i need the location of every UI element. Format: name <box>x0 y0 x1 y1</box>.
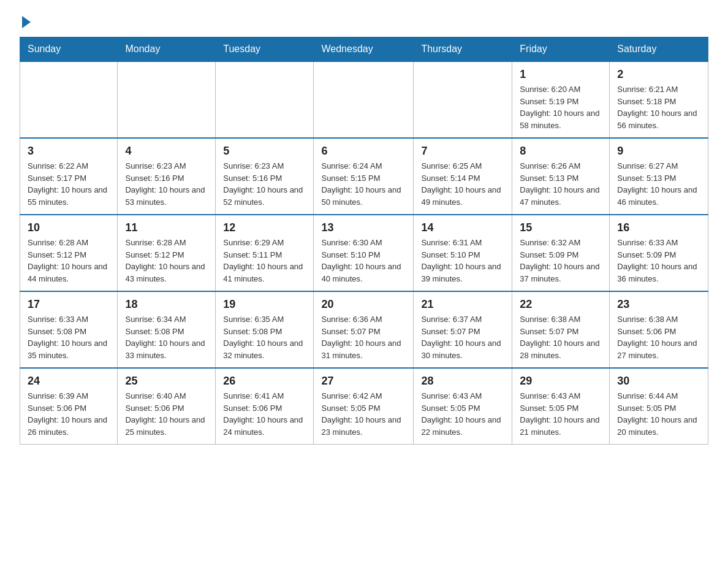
day-info: Sunrise: 6:31 AM Sunset: 5:10 PM Dayligh… <box>421 237 504 285</box>
col-monday: Monday <box>118 37 216 62</box>
day-number: 23 <box>617 298 700 311</box>
day-number: 7 <box>421 145 504 158</box>
calendar-cell: 2Sunrise: 6:21 AM Sunset: 5:18 PM Daylig… <box>610 61 708 138</box>
calendar-cell: 6Sunrise: 6:24 AM Sunset: 5:15 PM Daylig… <box>314 138 414 215</box>
day-number: 11 <box>125 221 208 234</box>
week-row-4: 17Sunrise: 6:33 AM Sunset: 5:08 PM Dayli… <box>20 291 708 368</box>
day-info: Sunrise: 6:33 AM Sunset: 5:09 PM Dayligh… <box>617 237 700 285</box>
day-number: 29 <box>520 375 602 388</box>
week-row-3: 10Sunrise: 6:28 AM Sunset: 5:12 PM Dayli… <box>20 215 708 291</box>
calendar-cell: 19Sunrise: 6:35 AM Sunset: 5:08 PM Dayli… <box>216 291 314 368</box>
col-friday: Friday <box>512 37 610 62</box>
day-number: 16 <box>617 221 700 234</box>
day-info: Sunrise: 6:41 AM Sunset: 5:06 PM Dayligh… <box>223 390 306 438</box>
calendar-cell: 7Sunrise: 6:25 AM Sunset: 5:14 PM Daylig… <box>414 138 512 215</box>
day-info: Sunrise: 6:36 AM Sunset: 5:07 PM Dayligh… <box>321 313 406 361</box>
day-info: Sunrise: 6:42 AM Sunset: 5:05 PM Dayligh… <box>321 390 406 438</box>
day-info: Sunrise: 6:30 AM Sunset: 5:10 PM Dayligh… <box>321 237 406 285</box>
calendar-cell <box>414 61 512 138</box>
day-info: Sunrise: 6:35 AM Sunset: 5:08 PM Dayligh… <box>223 313 306 361</box>
day-info: Sunrise: 6:29 AM Sunset: 5:11 PM Dayligh… <box>223 237 306 285</box>
day-number: 10 <box>28 221 110 234</box>
day-info: Sunrise: 6:24 AM Sunset: 5:15 PM Dayligh… <box>321 160 406 208</box>
day-number: 2 <box>617 68 700 81</box>
calendar-cell: 8Sunrise: 6:26 AM Sunset: 5:13 PM Daylig… <box>512 138 610 215</box>
day-info: Sunrise: 6:27 AM Sunset: 5:13 PM Dayligh… <box>617 160 700 208</box>
calendar-cell: 24Sunrise: 6:39 AM Sunset: 5:06 PM Dayli… <box>20 368 118 445</box>
day-number: 21 <box>421 298 504 311</box>
calendar-cell: 28Sunrise: 6:43 AM Sunset: 5:05 PM Dayli… <box>414 368 512 445</box>
calendar-cell: 22Sunrise: 6:38 AM Sunset: 5:07 PM Dayli… <box>512 291 610 368</box>
day-info: Sunrise: 6:28 AM Sunset: 5:12 PM Dayligh… <box>28 237 110 285</box>
week-row-1: 1Sunrise: 6:20 AM Sunset: 5:19 PM Daylig… <box>20 61 708 138</box>
week-row-5: 24Sunrise: 6:39 AM Sunset: 5:06 PM Dayli… <box>20 368 708 445</box>
day-number: 25 <box>125 375 208 388</box>
day-info: Sunrise: 6:34 AM Sunset: 5:08 PM Dayligh… <box>125 313 208 361</box>
day-number: 19 <box>223 298 306 311</box>
col-tuesday: Tuesday <box>216 37 314 62</box>
day-info: Sunrise: 6:25 AM Sunset: 5:14 PM Dayligh… <box>421 160 504 208</box>
logo <box>20 15 31 25</box>
day-number: 6 <box>321 145 406 158</box>
day-info: Sunrise: 6:39 AM Sunset: 5:06 PM Dayligh… <box>28 390 110 438</box>
day-info: Sunrise: 6:20 AM Sunset: 5:19 PM Dayligh… <box>520 83 602 131</box>
calendar-cell: 13Sunrise: 6:30 AM Sunset: 5:10 PM Dayli… <box>314 215 414 291</box>
calendar-cell: 10Sunrise: 6:28 AM Sunset: 5:12 PM Dayli… <box>20 215 118 291</box>
day-number: 3 <box>28 145 110 158</box>
page-header <box>0 0 728 32</box>
day-info: Sunrise: 6:43 AM Sunset: 5:05 PM Dayligh… <box>520 390 602 438</box>
calendar-cell: 1Sunrise: 6:20 AM Sunset: 5:19 PM Daylig… <box>512 61 610 138</box>
calendar-cell: 11Sunrise: 6:28 AM Sunset: 5:12 PM Dayli… <box>118 215 216 291</box>
calendar-cell: 23Sunrise: 6:38 AM Sunset: 5:06 PM Dayli… <box>610 291 708 368</box>
day-number: 5 <box>223 145 306 158</box>
calendar-cell <box>314 61 414 138</box>
logo-triangle-icon <box>22 16 31 28</box>
calendar-cell: 17Sunrise: 6:33 AM Sunset: 5:08 PM Dayli… <box>20 291 118 368</box>
calendar-cell: 18Sunrise: 6:34 AM Sunset: 5:08 PM Dayli… <box>118 291 216 368</box>
day-number: 18 <box>125 298 208 311</box>
col-sunday: Sunday <box>20 37 118 62</box>
calendar-table: Sunday Monday Tuesday Wednesday Thursday… <box>20 37 708 445</box>
day-info: Sunrise: 6:38 AM Sunset: 5:07 PM Dayligh… <box>520 313 602 361</box>
calendar-cell: 5Sunrise: 6:23 AM Sunset: 5:16 PM Daylig… <box>216 138 314 215</box>
day-info: Sunrise: 6:23 AM Sunset: 5:16 PM Dayligh… <box>223 160 306 208</box>
calendar-cell: 12Sunrise: 6:29 AM Sunset: 5:11 PM Dayli… <box>216 215 314 291</box>
day-info: Sunrise: 6:40 AM Sunset: 5:06 PM Dayligh… <box>125 390 208 438</box>
day-info: Sunrise: 6:21 AM Sunset: 5:18 PM Dayligh… <box>617 83 700 131</box>
calendar-cell: 25Sunrise: 6:40 AM Sunset: 5:06 PM Dayli… <box>118 368 216 445</box>
calendar-cell <box>216 61 314 138</box>
day-info: Sunrise: 6:22 AM Sunset: 5:17 PM Dayligh… <box>28 160 110 208</box>
calendar-cell: 14Sunrise: 6:31 AM Sunset: 5:10 PM Dayli… <box>414 215 512 291</box>
calendar-cell: 4Sunrise: 6:23 AM Sunset: 5:16 PM Daylig… <box>118 138 216 215</box>
calendar-cell: 21Sunrise: 6:37 AM Sunset: 5:07 PM Dayli… <box>414 291 512 368</box>
day-number: 30 <box>617 375 700 388</box>
day-info: Sunrise: 6:38 AM Sunset: 5:06 PM Dayligh… <box>617 313 700 361</box>
day-number: 22 <box>520 298 602 311</box>
calendar-cell: 20Sunrise: 6:36 AM Sunset: 5:07 PM Dayli… <box>314 291 414 368</box>
calendar-cell: 3Sunrise: 6:22 AM Sunset: 5:17 PM Daylig… <box>20 138 118 215</box>
day-info: Sunrise: 6:37 AM Sunset: 5:07 PM Dayligh… <box>421 313 504 361</box>
day-number: 8 <box>520 145 602 158</box>
day-number: 1 <box>520 68 602 81</box>
day-info: Sunrise: 6:32 AM Sunset: 5:09 PM Dayligh… <box>520 237 602 285</box>
day-number: 20 <box>321 298 406 311</box>
day-number: 14 <box>421 221 504 234</box>
col-saturday: Saturday <box>610 37 708 62</box>
col-thursday: Thursday <box>414 37 512 62</box>
day-number: 15 <box>520 221 602 234</box>
calendar-header-row: Sunday Monday Tuesday Wednesday Thursday… <box>20 37 708 62</box>
day-info: Sunrise: 6:28 AM Sunset: 5:12 PM Dayligh… <box>125 237 208 285</box>
day-info: Sunrise: 6:33 AM Sunset: 5:08 PM Dayligh… <box>28 313 110 361</box>
day-info: Sunrise: 6:44 AM Sunset: 5:05 PM Dayligh… <box>617 390 700 438</box>
calendar-cell <box>20 61 118 138</box>
calendar-cell: 30Sunrise: 6:44 AM Sunset: 5:05 PM Dayli… <box>610 368 708 445</box>
day-info: Sunrise: 6:43 AM Sunset: 5:05 PM Dayligh… <box>421 390 504 438</box>
day-number: 13 <box>321 221 406 234</box>
col-wednesday: Wednesday <box>314 37 414 62</box>
day-number: 17 <box>28 298 110 311</box>
calendar-cell: 16Sunrise: 6:33 AM Sunset: 5:09 PM Dayli… <box>610 215 708 291</box>
day-number: 28 <box>421 375 504 388</box>
calendar-cell: 26Sunrise: 6:41 AM Sunset: 5:06 PM Dayli… <box>216 368 314 445</box>
calendar-cell <box>118 61 216 138</box>
day-number: 26 <box>223 375 306 388</box>
